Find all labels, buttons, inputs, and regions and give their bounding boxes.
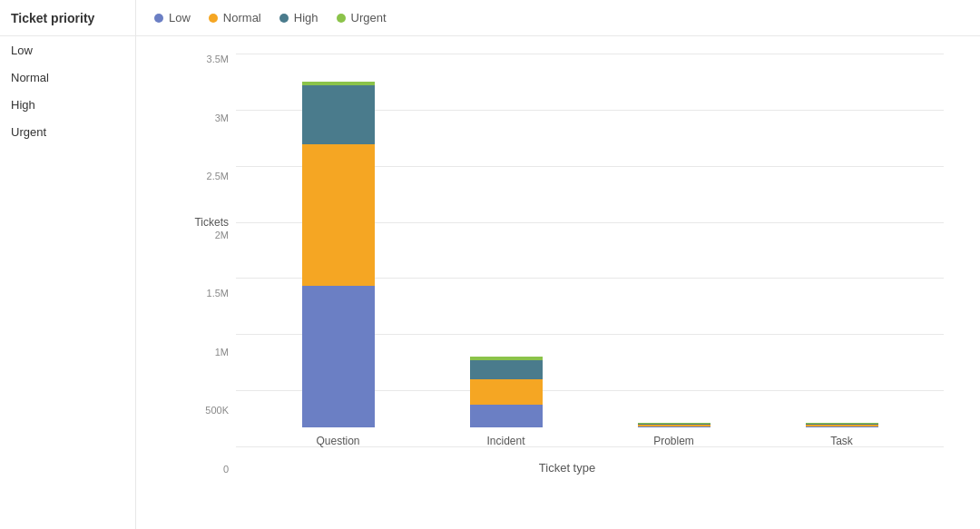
stacked-bar-task <box>806 423 878 427</box>
chart-inner: Tickets 0500K1M1.5M2M2.5M3M3.5M Question… <box>191 54 944 475</box>
y-axis-label: 3.5M <box>191 54 236 64</box>
bar-segment-normal <box>470 379 543 406</box>
bar-label-question: Question <box>316 435 359 447</box>
legend-item-normal: Normal <box>209 11 261 24</box>
filter-item-low[interactable]: Low <box>0 36 135 64</box>
y-axis-label: 2.5M <box>191 171 236 181</box>
bar-group-question: Question <box>302 82 375 447</box>
legend-label-urgent: Urgent <box>351 11 387 24</box>
bar-group-task: Task <box>806 423 878 447</box>
bar-segment-low <box>302 286 375 427</box>
filter-item-high[interactable]: High <box>0 91 135 118</box>
filter-list: LowNormalHighUrgent <box>0 36 135 145</box>
y-axis-label: 2M <box>191 230 236 240</box>
bar-segment-high <box>470 360 543 379</box>
y-axis: 0500K1M1.5M2M2.5M3M3.5M <box>191 54 236 475</box>
legend-item-urgent: Urgent <box>337 11 387 24</box>
filter-item-normal[interactable]: Normal <box>0 64 135 91</box>
legend-bar: LowNormalHighUrgent <box>136 0 980 36</box>
legend-label-normal: Normal <box>223 11 261 24</box>
bar-label-task: Task <box>830 435 853 447</box>
y-axis-label: 1M <box>191 348 236 358</box>
y-axis-label: 3M <box>191 113 236 123</box>
legend-label-low: Low <box>169 11 191 24</box>
y-axis-label: 0 <box>191 465 236 475</box>
bar-segment-low <box>638 426 710 427</box>
legend-item-low: Low <box>154 11 191 24</box>
legend-dot-normal <box>209 14 218 23</box>
bar-segment-low <box>470 405 543 427</box>
chart-area: Tickets 0500K1M1.5M2M2.5M3M3.5M Question… <box>136 36 980 529</box>
stacked-bar-incident <box>470 357 543 427</box>
right-panel: LowNormalHighUrgent Tickets 0500K1M1.5M2… <box>136 0 980 529</box>
bar-segment-normal <box>302 144 375 286</box>
bar-group-problem: Problem <box>638 423 710 447</box>
bar-label-problem: Problem <box>653 435 694 447</box>
bar-group-incident: Incident <box>470 357 543 447</box>
legend-dot-urgent <box>337 14 346 23</box>
legend-dot-low <box>154 14 163 23</box>
y-axis-label: 500K <box>191 406 236 416</box>
legend-dot-high <box>279 14 289 23</box>
x-axis-label: Ticket type <box>539 461 595 475</box>
bar-segment-high <box>302 85 375 145</box>
filter-item-urgent[interactable]: Urgent <box>0 118 135 145</box>
left-panel-title: Ticket priority <box>0 0 135 36</box>
left-panel: Ticket priority LowNormalHighUrgent <box>0 0 136 529</box>
legend-label-high: High <box>294 11 318 24</box>
stacked-bar-problem <box>638 423 710 427</box>
bar-label-incident: Incident <box>486 435 524 447</box>
bars-container: QuestionIncidentProblemTask <box>236 54 944 447</box>
stacked-bar-question <box>302 82 375 427</box>
bar-segment-low <box>806 426 878 427</box>
legend-item-high: High <box>279 11 318 24</box>
y-axis-label: 1.5M <box>191 289 236 299</box>
